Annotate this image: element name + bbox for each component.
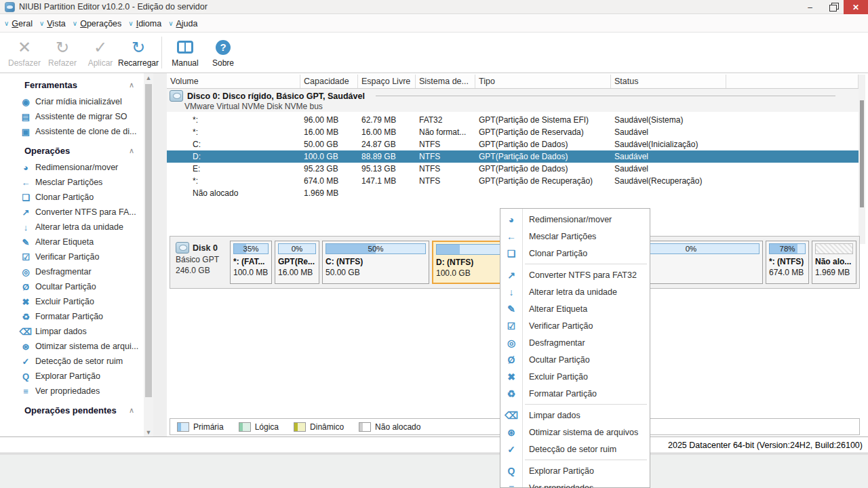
menu-idioma[interactable]: ∨Idioma xyxy=(128,19,161,28)
sidebar-item-explorar-parti-o[interactable]: QExplorar Partição xyxy=(0,369,144,384)
table-cell: 1.969 MB xyxy=(300,188,358,198)
bootable-media-icon: ◉ xyxy=(19,97,33,107)
sidebar-item-excluir-parti-o[interactable]: ✖Excluir Partição xyxy=(0,294,144,309)
sidebar-item-limpar-dados[interactable]: ⌫Limpar dados xyxy=(0,324,144,339)
column-header-capacidade[interactable]: Capacidade xyxy=(300,75,358,88)
sidebar-item-formatar-parti-o[interactable]: ♻Formatar Partição xyxy=(0,309,144,324)
menu-ajuda[interactable]: ∨Ajuda xyxy=(168,19,197,28)
table-cell: Saudável(Inicialização) xyxy=(611,140,726,149)
context-menu-item-explorar-parti-o[interactable]: QExplorar Partição xyxy=(500,462,650,479)
context-menu-item-excluir-parti-o[interactable]: ✖Excluir Partição xyxy=(500,368,650,385)
context-menu-item-detec-o-de-setor-ruim[interactable]: ✓Detecção de setor ruim xyxy=(500,441,650,458)
table-row[interactable]: *:16.00 MB16.00 MBNão format...GPT(Parti… xyxy=(167,126,859,138)
chevron-down-icon: ∨ xyxy=(73,20,77,27)
sidebar-section-operações[interactable]: Operações∧ xyxy=(0,139,144,160)
column-header-espa-o-livre[interactable]: Espaço Livre xyxy=(358,75,416,88)
table-row[interactable]: C:50.00 GB24.87 GBNTFSGPT(Partição de Da… xyxy=(167,138,859,150)
scroll-up-icon[interactable]: ▲ xyxy=(144,73,153,83)
menu-operações[interactable]: ∨Operações xyxy=(73,19,122,28)
context-menu-item-converter-ntfs-para-fat32[interactable]: ↗Converter NTFS para FAT32 xyxy=(500,266,650,283)
context-menu-item-ver-propriedades[interactable]: ≡Ver propriedades xyxy=(500,479,650,488)
table-cell: 50.00 GB xyxy=(300,140,358,149)
menu-vista[interactable]: ∨Vista xyxy=(39,19,66,28)
close-button[interactable]: ✕ xyxy=(844,0,868,14)
table-cell: *: xyxy=(167,176,300,186)
drive-letter-icon: ↓ xyxy=(19,222,33,232)
context-menu-item-alterar-letra-da-unidade[interactable]: ↓Alterar letra da unidade xyxy=(500,283,650,300)
scroll-down-icon[interactable]: ▼ xyxy=(144,428,153,437)
sidebar-item-verificar-parti-o[interactable]: ☑Verificar Partição xyxy=(0,249,144,264)
sidebar-item-ver-propriedades[interactable]: ≡Ver propriedades xyxy=(0,384,144,399)
context-menu-item-alterar-etiqueta[interactable]: ✎Alterar Etiqueta xyxy=(500,300,650,317)
context-menu-item-label: Redimensionar/mover xyxy=(522,215,612,224)
panel-splitter[interactable] xyxy=(153,73,167,437)
sidebar-item-otimizar-sistema-de-arqui-[interactable]: ⊛Otimizar sistema de arqui... xyxy=(0,339,144,354)
recarregar-button[interactable]: ↻Recarregar xyxy=(119,33,157,73)
collapse-chevron-icon[interactable]: ∧ xyxy=(129,146,134,155)
status-bar: 2025 Datacenter 64-bit (Version:24H2, Bu… xyxy=(0,436,868,453)
legend-swatch-icon xyxy=(239,422,251,432)
context-menu-item-ocultar-parti-o[interactable]: ØOcultar Partição xyxy=(500,351,650,368)
sidebar-item-converter-ntfs-para-fa-[interactable]: ↗Converter NTFS para FA... xyxy=(0,205,144,220)
context-menu-item-verificar-parti-o[interactable]: ☑Verificar Partição xyxy=(500,317,650,334)
sidebar-section-ferramentas[interactable]: Ferramentas∧ xyxy=(0,73,144,94)
sidebar-item-assistente-de-clone-de-di-[interactable]: ▣Assistente de clone de di... xyxy=(0,124,144,139)
sidebar-item-ocultar-parti-o[interactable]: ØOcultar Partição xyxy=(0,279,144,294)
sidebar-item-redimensionar-mover[interactable]: ◕Redimensionar/mover xyxy=(0,160,144,175)
resize-move-icon: ◕ xyxy=(500,214,522,225)
context-menu-item-limpar-dados[interactable]: ⌫Limpar dados xyxy=(500,407,650,424)
restore-button[interactable] xyxy=(821,0,844,14)
table-row[interactable]: Não alocado1.969 MB xyxy=(167,187,859,199)
collapse-chevron-icon[interactable]: ∧ xyxy=(129,81,134,89)
disk-info-box[interactable]: Disk 0 Básico GPT 246.0 GB xyxy=(173,241,227,284)
table-scrollbar[interactable] xyxy=(859,75,865,244)
sidebar-scrollbar[interactable]: ▲ ▼ xyxy=(144,73,153,437)
partition-block-unallocated[interactable]: Não alo...1.969 MB xyxy=(812,241,856,284)
partition-block[interactable]: 78%*: (NTFS)674.0 MB xyxy=(766,241,809,284)
sidebar-item-assistente-de-migrar-so[interactable]: ▤Assistente de migrar SO xyxy=(0,109,144,124)
sidebar-item-label: Excluir Partição xyxy=(35,297,94,306)
context-menu-item-otimizar-sistema-de-arquivos[interactable]: ⊛Otimizar sistema de arquivos xyxy=(500,424,650,441)
menu-geral[interactable]: ∨Geral xyxy=(4,19,33,28)
context-menu-item-mesclar-parti-es[interactable]: ←Mesclar Partições xyxy=(500,228,650,245)
apply-icon: ✓ xyxy=(94,38,107,57)
sidebar-scroll-thumb[interactable] xyxy=(145,84,152,397)
context-menu-item-clonar-parti-o[interactable]: ❏Clonar Partição xyxy=(500,245,650,262)
disk-group-row[interactable]: Disco 0: Disco rígido, Básico GPT, Saudá… xyxy=(167,89,859,112)
context-menu-item-formatar-parti-o[interactable]: ♻Formatar Partição xyxy=(500,385,650,402)
table-row[interactable]: *:96.00 MB62.79 MBFAT32GPT(Partição de S… xyxy=(167,114,859,126)
partition-block[interactable]: 0%GPT(Re...16.00 MB xyxy=(275,241,319,284)
sidebar-item-mesclar-parti-es[interactable]: ←Mesclar Partições xyxy=(0,175,144,190)
collapse-chevron-icon[interactable]: ∧ xyxy=(129,406,134,415)
partition-size: 100.0 MB xyxy=(233,268,269,277)
minimize-button[interactable]: – xyxy=(799,0,821,14)
column-header-volume[interactable]: Volume xyxy=(167,75,300,88)
column-header-tipo[interactable]: Tipo xyxy=(475,75,611,88)
table-row[interactable]: E:95.23 GB95.13 GBNTFSGPT(Partição de Da… xyxy=(167,163,859,175)
window-title: NIUBI Partition Editor v10.2.0 - Edição … xyxy=(19,2,208,12)
partition-block[interactable]: 50%C: (NTFS)50.00 GB xyxy=(322,241,429,284)
sidebar-item-desfragmentar[interactable]: ◎Desfragmentar xyxy=(0,264,144,279)
table-scroll-thumb[interactable] xyxy=(860,100,864,207)
column-header-sistema-de-[interactable]: Sistema de... xyxy=(416,75,475,88)
manual-button[interactable]: Manual xyxy=(166,33,204,73)
table-cell: 147.1 MB xyxy=(358,176,416,186)
sobre-button[interactable]: ?Sobre xyxy=(204,33,242,73)
context-menu-item-label: Clonar Partição xyxy=(522,249,587,258)
sidebar-item-criar-m-dia-inicializ-vel[interactable]: ◉Criar mídia inicializável xyxy=(0,94,144,109)
table-row[interactable]: *:674.0 MB147.1 MBNTFSGPT(Partição de Re… xyxy=(167,175,859,187)
partition-block[interactable]: 35%*: (FAT...100.0 MB xyxy=(230,241,272,284)
context-menu-item-label: Alterar letra da unidade xyxy=(522,287,617,297)
context-menu-item-desfragmentar[interactable]: ◎Desfragmentar xyxy=(500,334,650,351)
column-header-status[interactable]: Status xyxy=(611,75,726,88)
table-cell: 95.13 GB xyxy=(358,164,416,174)
partition-size: 674.0 MB xyxy=(769,268,806,277)
sidebar-item-alterar-etiqueta[interactable]: ✎Alterar Etiqueta xyxy=(0,235,144,249)
table-row[interactable]: D:100.0 GB88.89 GBNTFSGPT(Partição de Da… xyxy=(167,150,859,163)
context-menu-item-redimensionar-mover[interactable]: ◕Redimensionar/mover xyxy=(500,211,650,228)
bad-sector-icon: ✓ xyxy=(19,357,33,367)
sidebar-item-detec-o-de-setor-ruim[interactable]: ✓Detecção de setor ruim xyxy=(0,354,144,369)
sidebar-item-clonar-parti-o[interactable]: ❏Clonar Partição xyxy=(0,190,144,205)
sidebar-item-alterar-letra-da-unidade[interactable]: ↓Alterar letra da unidade xyxy=(0,220,144,235)
sidebar-section-operações-pendentes[interactable]: Operações pendentes∧ xyxy=(0,399,144,420)
